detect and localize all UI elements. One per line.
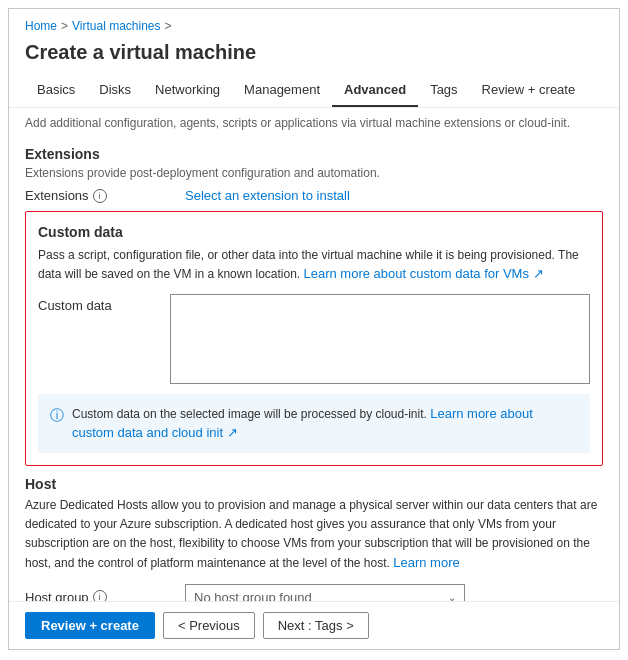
extensions-section: Extensions Extensions provide post-deplo… xyxy=(25,146,603,203)
review-create-button[interactable]: Review + create xyxy=(25,612,155,639)
custom-data-textarea[interactable] xyxy=(170,294,590,384)
extensions-desc: Extensions provide post-deployment confi… xyxy=(25,166,603,180)
host-group-label: Host group i xyxy=(25,590,185,601)
next-button[interactable]: Next : Tags > xyxy=(263,612,369,639)
extensions-title: Extensions xyxy=(25,146,603,162)
host-learn-more-link[interactable]: Learn more xyxy=(393,555,459,570)
host-group-dropdown[interactable]: No host group found ⌄ xyxy=(185,584,465,601)
breadcrumb: Home > Virtual machines > xyxy=(9,9,619,37)
host-desc: Azure Dedicated Hosts allow you to provi… xyxy=(25,496,603,574)
content-area: Extensions Extensions provide post-deplo… xyxy=(9,136,619,601)
host-group-row: Host group i No host group found ⌄ xyxy=(25,584,603,601)
tabs-bar: Basics Disks Networking Management Advan… xyxy=(9,74,619,108)
breadcrumb-home[interactable]: Home xyxy=(25,19,57,33)
dropdown-chevron-icon: ⌄ xyxy=(448,592,456,601)
breadcrumb-vms[interactable]: Virtual machines xyxy=(72,19,161,33)
custom-data-section: Custom data Pass a script, configuration… xyxy=(25,211,603,466)
page-title: Create a virtual machine xyxy=(9,37,619,74)
breadcrumb-sep1: > xyxy=(61,19,68,33)
host-group-info-icon[interactable]: i xyxy=(93,590,107,601)
tab-review-create[interactable]: Review + create xyxy=(470,74,588,107)
tab-networking[interactable]: Networking xyxy=(143,74,232,107)
footer-bar: Review + create < Previous Next : Tags > xyxy=(9,601,619,649)
select-extension-link[interactable]: Select an extension to install xyxy=(185,188,350,203)
host-section: Host Azure Dedicated Hosts allow you to … xyxy=(25,476,603,602)
extensions-label: Extensions i xyxy=(25,188,185,203)
custom-data-learn-more-link[interactable]: Learn more about custom data for VMs ↗ xyxy=(304,266,544,281)
tab-basics[interactable]: Basics xyxy=(25,74,87,107)
custom-data-label: Custom data xyxy=(38,298,158,313)
extensions-info-icon[interactable]: i xyxy=(93,189,107,203)
tab-advanced[interactable]: Advanced xyxy=(332,74,418,107)
host-title: Host xyxy=(25,476,603,492)
tab-management[interactable]: Management xyxy=(232,74,332,107)
info-circle-icon: ⓘ xyxy=(50,405,64,426)
custom-data-title: Custom data xyxy=(38,224,590,240)
custom-data-desc: Pass a script, configuration file, or ot… xyxy=(38,246,590,284)
previous-button[interactable]: < Previous xyxy=(163,612,255,639)
custom-data-info-banner: ⓘ Custom data on the selected image will… xyxy=(38,394,590,453)
custom-data-inner: Custom data xyxy=(38,294,590,384)
tab-tags[interactable]: Tags xyxy=(418,74,469,107)
tab-description: Add additional configuration, agents, sc… xyxy=(9,108,619,136)
tab-disks[interactable]: Disks xyxy=(87,74,143,107)
breadcrumb-sep2: > xyxy=(165,19,172,33)
extensions-field-row: Extensions i Select an extension to inst… xyxy=(25,188,603,203)
